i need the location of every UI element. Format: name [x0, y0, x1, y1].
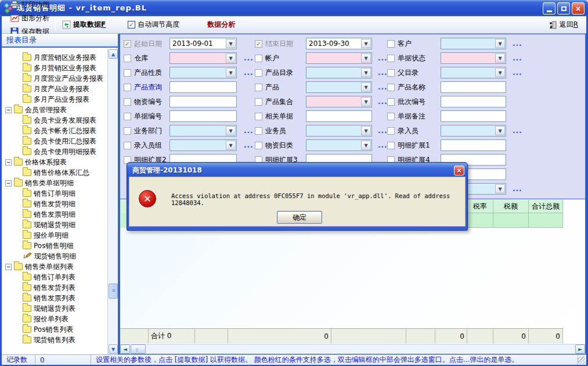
combo-box[interactable]: ▼ — [306, 67, 372, 78]
tree-item[interactable]: 多月产品业务报表 — [23, 94, 89, 105]
tree-item[interactable]: 会员卡帐务汇总报表 — [23, 125, 96, 136]
combo-box[interactable]: ▼ — [441, 52, 506, 64]
field-checkbox[interactable] — [255, 84, 262, 91]
field-checkbox[interactable] — [387, 55, 395, 62]
hscroll-right-icon[interactable]: ► — [575, 345, 585, 354]
field-checkbox[interactable] — [124, 55, 131, 62]
more-options-link[interactable]: ... — [378, 69, 388, 77]
dropdown-icon[interactable]: ▼ — [495, 184, 505, 193]
tree-item[interactable]: 销售发货明细 — [23, 199, 75, 209]
dialog-close-icon[interactable]: × — [454, 166, 464, 175]
field-checkbox[interactable] — [255, 98, 262, 106]
combo-box[interactable]: ▼ — [441, 67, 506, 78]
text-input[interactable] — [169, 96, 237, 107]
field-checkbox[interactable] — [255, 127, 262, 135]
hscroll-thumb[interactable] — [131, 345, 146, 354]
field-checkbox[interactable] — [255, 113, 262, 120]
data-analysis-button[interactable]: 数据分析 — [204, 18, 239, 31]
scroll-down-icon[interactable]: ▼ — [109, 345, 118, 354]
more-options-link[interactable]: ... — [513, 69, 522, 77]
field-checkbox[interactable] — [387, 84, 395, 91]
tree-item[interactable]: 销售价格体系汇总 — [23, 167, 89, 178]
combo-box[interactable]: ▼ — [306, 125, 372, 137]
field-checkbox[interactable] — [124, 142, 131, 149]
scroll-thumb[interactable] — [109, 284, 118, 299]
text-input[interactable] — [306, 110, 372, 122]
combo-box[interactable]: 2013-09-30▼ — [306, 38, 372, 49]
collapse-icon[interactable]: − — [5, 107, 12, 113]
tree-item[interactable]: 销售发货列表 — [23, 282, 75, 293]
more-options-link[interactable]: ... — [378, 83, 388, 91]
combo-box[interactable]: ▼ — [441, 38, 506, 49]
tree-item[interactable]: 月度营业产品业务报表 — [23, 73, 103, 84]
collapse-icon[interactable]: − — [5, 264, 12, 270]
hscroll-left-icon[interactable]: ◄ — [120, 345, 130, 354]
tree-item[interactable]: 报价单列表 — [23, 314, 68, 324]
dropdown-icon[interactable]: ▼ — [226, 126, 236, 135]
back-button[interactable]: 返回R — [544, 18, 582, 31]
combo-box[interactable]: ▼ — [306, 52, 372, 64]
field-checkbox[interactable] — [387, 127, 395, 135]
tree-item[interactable]: 多月营销区业务报表 — [23, 63, 96, 73]
field-checkbox[interactable] — [255, 142, 262, 149]
scroll-up-icon[interactable]: ▲ — [109, 49, 118, 59]
text-input[interactable] — [441, 139, 506, 151]
dropdown-icon[interactable]: ▼ — [361, 82, 371, 92]
text-input[interactable] — [169, 81, 237, 93]
text-input[interactable] — [441, 81, 506, 93]
field-checkbox[interactable] — [387, 142, 395, 149]
dropdown-icon[interactable]: ▼ — [361, 53, 371, 63]
close-button[interactable]: × — [572, 2, 585, 15]
field-checkbox[interactable]: ✓ — [255, 40, 262, 48]
more-options-link[interactable]: ... — [378, 98, 388, 106]
field-checkbox[interactable] — [387, 113, 395, 120]
field-checkbox[interactable] — [124, 98, 131, 106]
field-checkbox[interactable] — [124, 84, 131, 91]
more-options-link[interactable]: ... — [378, 54, 388, 62]
auto-height-checkbox[interactable]: ✓ 自动调节高度 — [124, 18, 183, 31]
combo-box[interactable]: ▼ — [306, 96, 372, 107]
tree-item-selected[interactable]: 现货销售明细 — [23, 251, 76, 261]
tree-scrollbar[interactable]: ▲ ▼ — [107, 49, 118, 354]
extract-data-button[interactable]: 提取数据F — [58, 18, 109, 31]
more-options-link[interactable]: ... — [378, 127, 388, 135]
field-checkbox[interactable] — [387, 40, 395, 48]
tree-item[interactable]: −销售类单据列表 — [5, 261, 74, 272]
dropdown-icon[interactable]: ▼ — [495, 53, 505, 63]
field-checkbox[interactable] — [387, 69, 395, 77]
tree-item[interactable]: 现销退货明细 — [23, 220, 75, 230]
text-input[interactable] — [441, 110, 506, 122]
dropdown-icon[interactable]: ▼ — [226, 68, 236, 77]
more-options-link[interactable]: ... — [378, 141, 388, 149]
combo-box[interactable]: ▼ — [306, 139, 372, 151]
dropdown-icon[interactable]: ▼ — [495, 126, 505, 135]
combo-box[interactable]: ▼ — [169, 67, 237, 78]
combo-box[interactable]: ▼ — [169, 125, 237, 137]
tree-item[interactable]: −会员管理报表 — [5, 105, 67, 115]
dropdown-icon[interactable]: ▼ — [226, 141, 236, 150]
tree-item[interactable]: −价格体系报表 — [5, 157, 67, 167]
dropdown-icon[interactable]: ▼ — [226, 39, 236, 48]
tree-item[interactable]: 会员卡使用汇总报表 — [23, 136, 96, 146]
field-checkbox[interactable] — [255, 69, 262, 77]
field-checkbox[interactable] — [255, 55, 262, 62]
text-input[interactable] — [441, 96, 506, 107]
tree-item[interactable]: 现货销售列表 — [23, 335, 75, 345]
tree-item[interactable]: 报价单明细 — [23, 230, 68, 241]
resize-grip[interactable] — [578, 356, 586, 364]
tree-item[interactable]: 会员卡使用明细报表 — [23, 146, 96, 157]
combo-box[interactable]: ▼ — [169, 52, 237, 64]
more-options-link[interactable]: ... — [244, 69, 254, 77]
maximize-button[interactable] — [557, 2, 570, 15]
dropdown-icon[interactable]: ▼ — [361, 126, 371, 135]
tree-item[interactable]: 销售订单明细 — [23, 188, 75, 199]
dropdown-icon[interactable]: ▼ — [361, 97, 371, 106]
tree-item[interactable]: 会员卡业务发展报表 — [23, 115, 96, 125]
combo-box[interactable]: ▼ — [306, 81, 372, 93]
field-checkbox[interactable] — [124, 127, 131, 135]
dropdown-icon[interactable]: ▼ — [361, 141, 371, 150]
field-checkbox[interactable]: ✓ — [124, 40, 131, 48]
tree-item[interactable]: 现销退货列表 — [23, 303, 75, 314]
more-options-link[interactable]: ... — [513, 185, 522, 193]
tree-item[interactable]: 销售订单列表 — [23, 272, 75, 282]
